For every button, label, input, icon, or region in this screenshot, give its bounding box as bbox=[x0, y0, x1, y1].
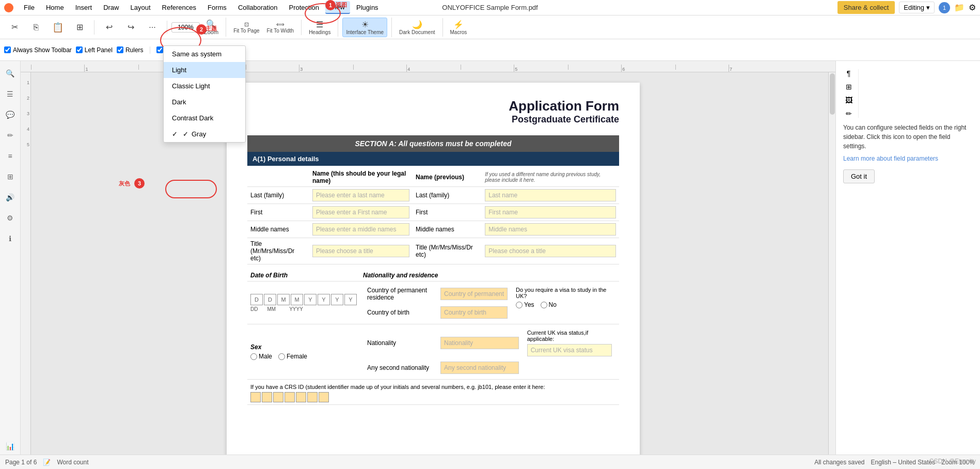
day1-cell[interactable]: D bbox=[250, 294, 263, 305]
dropdown-dark[interactable]: Dark bbox=[164, 94, 245, 110]
folder-icon[interactable]: 📁 bbox=[954, 3, 965, 12]
navigate-sidebar-icon[interactable]: ☰ bbox=[2, 86, 19, 102]
chevron-down-icon: ▾ bbox=[926, 4, 930, 11]
menu-file[interactable]: File bbox=[19, 2, 40, 13]
second-nationality-input[interactable] bbox=[440, 362, 519, 374]
day2-cell[interactable]: D bbox=[264, 294, 276, 305]
yes-radio-label[interactable]: Yes bbox=[516, 301, 534, 308]
share-collect-button[interactable]: Share & collect bbox=[837, 1, 895, 14]
menu-view[interactable]: View bbox=[325, 1, 350, 14]
paragraph-icon[interactable]: ¶ bbox=[847, 69, 851, 77]
track-changes-sidebar-icon[interactable]: ✏ bbox=[2, 127, 19, 144]
menu-insert[interactable]: Insert bbox=[70, 2, 98, 13]
interface-theme-button[interactable]: ☀ Interface Theme bbox=[342, 18, 387, 37]
first-name-input[interactable] bbox=[312, 206, 409, 218]
got-it-button[interactable]: Got it bbox=[843, 169, 875, 183]
last-name-input[interactable] bbox=[312, 189, 409, 201]
fields-sidebar-icon[interactable]: ⊞ bbox=[2, 168, 19, 185]
female-radio-label[interactable]: Female bbox=[278, 353, 307, 360]
nationality-input[interactable] bbox=[440, 337, 519, 349]
dropdown-gray[interactable]: ✓ Gray bbox=[164, 126, 245, 142]
rulers-label: Rulers bbox=[125, 46, 144, 54]
first-label: First bbox=[247, 204, 309, 221]
menu-references[interactable]: References bbox=[157, 2, 201, 13]
title-input2[interactable] bbox=[485, 245, 616, 257]
dropdown-same-as-system[interactable]: Same as system bbox=[164, 46, 245, 62]
male-radio-label[interactable]: Male bbox=[250, 353, 272, 360]
fit-group: ⊡ Fit To Page ⟺ Fit To Width bbox=[230, 20, 302, 35]
search-sidebar-icon[interactable]: 🔍 bbox=[2, 65, 19, 82]
right-panel: ¶ ⊞ 🖼 ✏ You can configure selected field… bbox=[835, 61, 980, 455]
fit-to-page-label: Fit To Page bbox=[233, 28, 259, 34]
menu-forms[interactable]: Forms bbox=[202, 2, 232, 13]
copy-button[interactable]: ⎘ bbox=[26, 21, 46, 34]
middle-names-input2[interactable] bbox=[485, 223, 616, 236]
menu-plugins[interactable]: Plugins bbox=[351, 2, 384, 13]
macros-label: Macros bbox=[450, 29, 467, 35]
redo-button[interactable]: ↪ bbox=[120, 21, 141, 34]
undo-button[interactable]: ↩ bbox=[99, 21, 119, 34]
fit-to-page-button[interactable]: ⊡ Fit To Page bbox=[230, 20, 262, 35]
edit-icon[interactable]: ✏ bbox=[846, 110, 852, 118]
paste-button[interactable]: 📋 bbox=[48, 20, 68, 35]
table-row-dob: D D M M Y Y Y Y DDMMYY bbox=[247, 282, 619, 324]
always-show-toolbar-checkbox[interactable]: Always Show Toolbar bbox=[4, 46, 72, 54]
menu-protection[interactable]: Protection bbox=[283, 2, 324, 13]
table-icon[interactable]: ⊞ bbox=[846, 83, 852, 91]
fit-to-width-button[interactable]: ⟺ Fit To Width bbox=[264, 20, 297, 35]
menu-layout[interactable]: Layout bbox=[125, 2, 156, 13]
month2-cell[interactable]: M bbox=[291, 294, 303, 305]
sex-header: Sex bbox=[250, 343, 357, 351]
macros-button[interactable]: ⚡ Macros bbox=[447, 18, 470, 37]
year1-cell[interactable]: Y bbox=[304, 294, 317, 305]
country-permanent-input[interactable] bbox=[440, 288, 508, 300]
last-name-input2[interactable] bbox=[485, 189, 616, 201]
headings-button[interactable]: ☰ Headings bbox=[306, 18, 334, 37]
macros-icon: ⚡ bbox=[453, 20, 464, 29]
list-sidebar-icon[interactable]: ≡ bbox=[2, 148, 19, 164]
vertical-scrollbar[interactable] bbox=[828, 72, 835, 455]
month1-cell[interactable]: M bbox=[277, 294, 290, 305]
more-button[interactable]: ··· bbox=[142, 21, 163, 34]
zoom-button[interactable]: 🔍100%Zoom bbox=[201, 18, 222, 37]
visa-radio-group: Yes No bbox=[516, 301, 612, 308]
dropdown-classic-light[interactable]: Classic Light bbox=[164, 78, 245, 94]
headings-label: Headings bbox=[309, 29, 330, 35]
dropdown-contrast-dark[interactable]: Contrast Dark bbox=[164, 110, 245, 126]
scroll-thumb[interactable] bbox=[830, 73, 835, 115]
last-family-label2: Last (family) bbox=[413, 187, 482, 204]
title-input[interactable] bbox=[312, 245, 409, 257]
last-family-label: Last (family) bbox=[247, 187, 309, 204]
main-layout: 🔍 ☰ 💬 ✏ ≡ ⊞ 🔊 ⚙ ℹ 📊 1 2 3 bbox=[0, 61, 980, 455]
middle-names-input[interactable] bbox=[312, 223, 409, 236]
audio-sidebar-icon[interactable]: 🔊 bbox=[2, 189, 19, 206]
first-label2: First bbox=[413, 204, 482, 221]
year2-cell[interactable]: Y bbox=[318, 294, 330, 305]
dark-document-button[interactable]: 🌙 Dark Document bbox=[396, 18, 438, 37]
learn-more-link[interactable]: Learn more about field parameters bbox=[843, 155, 938, 162]
cut-button[interactable]: ✂ bbox=[4, 21, 25, 34]
left-panel-checkbox[interactable]: Left Panel bbox=[76, 46, 113, 54]
no-radio-label[interactable]: No bbox=[541, 301, 557, 308]
rulers-checkbox[interactable]: Rulers bbox=[117, 46, 144, 54]
chart-sidebar-icon[interactable]: 📊 bbox=[2, 438, 19, 455]
right-panel-description: You can configure selected fields on the… bbox=[843, 123, 973, 151]
settings-icon[interactable]: ⚙ bbox=[969, 3, 976, 12]
year3-cell[interactable]: Y bbox=[331, 294, 343, 305]
comments-sidebar-icon[interactable]: 💬 bbox=[2, 106, 19, 123]
info-sidebar-icon[interactable]: ℹ bbox=[2, 230, 19, 247]
headings-group: ☰ Headings bbox=[306, 18, 338, 37]
menu-home[interactable]: Home bbox=[41, 2, 69, 13]
zoom-input[interactable] bbox=[171, 22, 200, 33]
country-birth-input[interactable] bbox=[440, 306, 508, 319]
image-icon[interactable]: 🖼 bbox=[845, 96, 852, 104]
first-name-input2[interactable] bbox=[485, 206, 616, 218]
paste-special-button[interactable]: ⊞ bbox=[69, 21, 90, 34]
menu-draw[interactable]: Draw bbox=[98, 2, 124, 13]
menu-collaboration[interactable]: Collaboration bbox=[233, 2, 283, 13]
dropdown-light[interactable]: Light bbox=[164, 62, 245, 78]
year4-cell[interactable]: Y bbox=[344, 294, 357, 305]
settings-sidebar-icon[interactable]: ⚙ bbox=[2, 210, 19, 226]
editing-mode-button[interactable]: Editing ▾ bbox=[899, 2, 935, 13]
uk-visa-input[interactable] bbox=[527, 344, 612, 356]
